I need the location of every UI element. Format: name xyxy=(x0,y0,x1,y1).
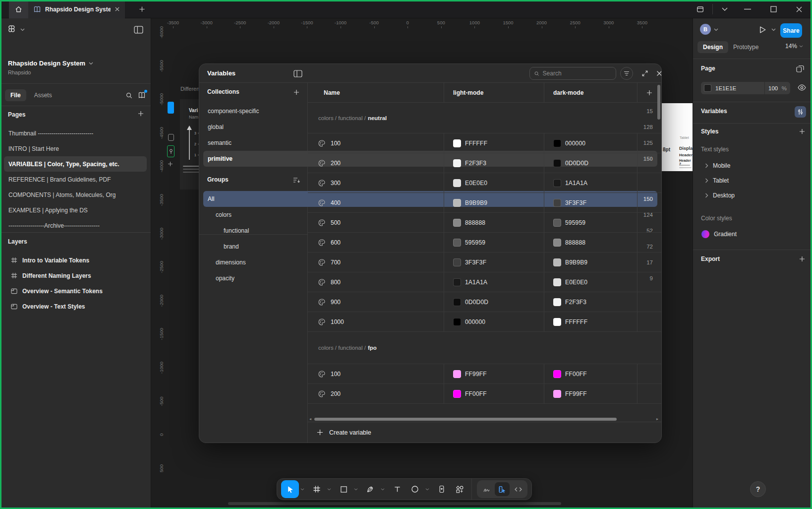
close-window-button[interactable] xyxy=(789,0,809,18)
dark-mode-value[interactable]: 000000 xyxy=(565,140,585,147)
project-title-menu[interactable]: Rhapsido Design System xyxy=(8,60,93,67)
dark-mode-swatch[interactable] xyxy=(553,258,561,266)
group-order-button[interactable] xyxy=(291,175,301,185)
column-header-dark-mode[interactable]: dark-mode xyxy=(544,83,638,102)
pen-tool-menu[interactable] xyxy=(379,480,386,498)
window-icon[interactable] xyxy=(690,0,710,18)
frame-tool[interactable] xyxy=(308,480,326,498)
light-mode-value[interactable]: F2F3F3 xyxy=(465,160,486,167)
dark-mode-swatch[interactable] xyxy=(553,199,561,207)
tab-prototype[interactable]: Prototype xyxy=(733,44,758,51)
text-style-item[interactable]: Desktop xyxy=(693,188,812,203)
vertical-scrollbar[interactable] xyxy=(657,85,660,120)
library-button[interactable] xyxy=(136,89,148,101)
table-row[interactable]: 7003F3F3FB9B9B9 xyxy=(308,253,661,272)
canvas-horizontal-scrollbar[interactable] xyxy=(228,502,561,505)
device-tool[interactable] xyxy=(433,480,451,498)
light-mode-swatch[interactable] xyxy=(453,159,461,167)
dark-mode-value[interactable]: FF00FF xyxy=(565,371,587,378)
add-page-button[interactable] xyxy=(136,109,146,119)
light-mode-value[interactable]: FF00FF xyxy=(465,390,487,397)
search-field[interactable] xyxy=(529,67,616,80)
page-color-swatch[interactable] xyxy=(704,84,711,92)
frame-tool-menu[interactable] xyxy=(326,480,333,498)
table-row[interactable]: 8001A1A1AE0E0E0 xyxy=(308,272,661,292)
light-mode-swatch[interactable] xyxy=(453,318,461,326)
column-header-name[interactable]: Name xyxy=(308,83,444,102)
canvas-object-plus[interactable] xyxy=(168,161,173,167)
page-visibility-button[interactable] xyxy=(796,81,808,93)
maximize-button[interactable] xyxy=(763,0,783,18)
tab-file[interactable]: File xyxy=(5,89,26,101)
table-row[interactable]: 1000000000FFFFFF xyxy=(308,312,661,332)
light-mode-swatch[interactable] xyxy=(453,199,461,207)
light-mode-swatch[interactable] xyxy=(453,390,461,398)
scrollbar-thumb[interactable] xyxy=(314,418,617,421)
dark-mode-value[interactable]: FFFFFF xyxy=(565,318,587,325)
light-mode-swatch[interactable] xyxy=(453,239,461,247)
light-mode-value[interactable]: 0D0D0D xyxy=(465,299,488,306)
close-tab-icon[interactable] xyxy=(115,6,120,12)
draw-mode-button[interactable] xyxy=(479,482,494,496)
dark-mode-value[interactable]: E0E0E0 xyxy=(565,279,587,286)
dark-mode-value[interactable]: 0D0D0D xyxy=(565,160,588,167)
sidebar-page-item[interactable]: COMPONENTS | Atoms, Molecules, Org xyxy=(4,187,147,202)
expand-modal-button[interactable] xyxy=(639,68,650,79)
sidebar-page-item[interactable]: EXAMPLES | Applying the DS xyxy=(4,202,147,218)
sidebar-page-item[interactable]: REFERENCE | Brand Guidelines, PDF xyxy=(4,172,147,187)
light-mode-value[interactable]: 3F3F3F xyxy=(465,259,486,266)
canvas-object-selected[interactable] xyxy=(167,145,174,157)
light-mode-value[interactable]: FF99FF xyxy=(465,371,487,378)
dark-mode-value[interactable]: 3F3F3F xyxy=(565,199,586,206)
rectangle-tool[interactable] xyxy=(335,480,352,498)
dark-mode-swatch[interactable] xyxy=(553,219,561,227)
sidebar-page-item[interactable]: Thumbnail ---------------------------- xyxy=(4,126,147,141)
design-mode-button[interactable] xyxy=(495,482,510,496)
tab-design[interactable]: Design xyxy=(697,41,728,53)
sidebar-page-item[interactable]: INTRO | Start Here xyxy=(4,141,147,156)
present-button[interactable] xyxy=(756,24,768,35)
light-mode-swatch[interactable] xyxy=(453,370,461,378)
light-mode-swatch[interactable] xyxy=(453,278,461,286)
light-mode-value[interactable]: 888888 xyxy=(465,219,485,226)
layer-item[interactable]: Intro to Variable Tokens xyxy=(0,253,151,268)
minimize-button[interactable] xyxy=(738,0,757,18)
light-mode-value[interactable]: E0E0E0 xyxy=(465,180,487,187)
rectangle-tool-menu[interactable] xyxy=(352,480,359,498)
light-mode-swatch[interactable] xyxy=(453,298,461,306)
main-menu-button[interactable] xyxy=(7,25,25,34)
horizontal-scrollbar[interactable]: ◂ ▸ xyxy=(308,417,657,421)
pen-tool[interactable] xyxy=(361,480,379,498)
toggle-modal-sidebar-button[interactable] xyxy=(292,68,303,78)
dark-mode-value[interactable]: F2F3F3 xyxy=(565,299,586,306)
canvas-object-gray[interactable] xyxy=(168,134,174,141)
dark-mode-value[interactable]: 595959 xyxy=(565,219,585,226)
help-button[interactable]: ? xyxy=(750,481,766,497)
text-style-item[interactable]: Tablet xyxy=(693,173,812,188)
page-color-input[interactable]: 1E1E1E 100 % xyxy=(701,82,790,94)
table-row[interactable]: 300E0E0E01A1A1A xyxy=(308,173,661,193)
home-tab[interactable] xyxy=(9,0,28,18)
scroll-right-arrow[interactable]: ▸ xyxy=(656,417,658,421)
table-row[interactable]: 100FF99FFFF00FF xyxy=(308,364,661,384)
add-style-button[interactable] xyxy=(797,127,807,136)
canvas-object-blue[interactable] xyxy=(168,102,174,114)
dark-mode-swatch[interactable] xyxy=(553,179,561,187)
search-input[interactable] xyxy=(543,70,612,77)
table-row[interactable]: 100FFFFFF000000 xyxy=(308,133,661,153)
dark-mode-swatch[interactable] xyxy=(553,370,561,378)
dark-mode-value[interactable]: 888888 xyxy=(565,239,585,246)
text-style-item[interactable]: Mobile xyxy=(693,158,812,173)
table-row[interactable]: 9000D0D0DF2F3F3 xyxy=(308,292,661,312)
light-mode-value[interactable]: 000000 xyxy=(465,318,485,325)
light-mode-value[interactable]: 595959 xyxy=(465,239,485,246)
canvas-thumbnail[interactable]: 8pt Tablet Displa Header Header 2 xyxy=(662,103,693,171)
close-modal-button[interactable] xyxy=(654,68,662,79)
light-mode-value[interactable]: FFFFFF xyxy=(465,140,487,147)
new-tab-button[interactable] xyxy=(133,0,150,18)
dark-mode-swatch[interactable] xyxy=(553,318,561,326)
dark-mode-swatch[interactable] xyxy=(553,159,561,167)
dark-mode-swatch[interactable] xyxy=(553,298,561,306)
dark-mode-swatch[interactable] xyxy=(553,390,561,398)
chevron-down-icon[interactable] xyxy=(715,0,735,18)
